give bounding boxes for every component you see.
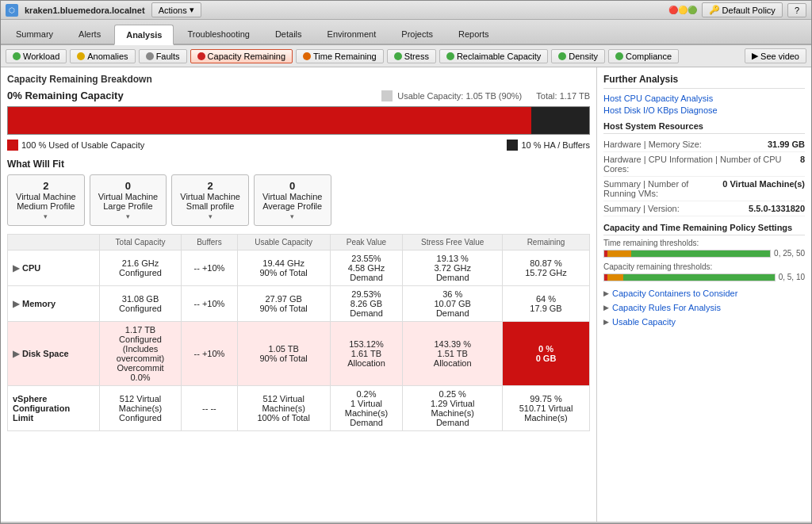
used-legend-icon: [7, 140, 18, 151]
capacity-rules-item[interactable]: ▶ Capacity Rules For Analysis: [603, 300, 805, 315]
workload-btn-stress[interactable]: Stress: [387, 49, 436, 63]
see-video-button[interactable]: ▶ See video: [745, 48, 806, 63]
resource-row-memory: Hardware | Memory Size: 31.99 GB: [603, 137, 805, 152]
section-title: Capacity Remaining Breakdown: [7, 74, 590, 85]
capacity-info: Usable Capacity: 1.05 TB (90%) Total: 1.…: [381, 90, 590, 101]
video-icon: ▶: [752, 51, 758, 61]
what-will-fit-title: What Will Fit: [7, 159, 590, 170]
cpu-label[interactable]: ▶CPU: [8, 251, 100, 286]
time-threshold-row: Time remaining thresholds: 0, 25, 50: [603, 239, 805, 258]
capacity-threshold-row: Capacity remaining thresholds: 0, 5, 10: [603, 262, 805, 281]
disk-total: 1.17 TB Configured (Includes overcommit)…: [99, 322, 181, 386]
vsphere-total: 512 Virtual Machine(s) Configured: [99, 386, 181, 431]
cpu-remaining: 80.87 % 15.72 GHz: [503, 251, 590, 286]
disk-expand-icon: ▶: [13, 349, 19, 358]
density-status-icon: [558, 52, 566, 60]
time-thresh-orange: [607, 251, 631, 257]
wwf-card-small[interactable]: 2 Virtual Machine Small profile ▾: [171, 174, 249, 226]
compliance-status-icon: [615, 52, 623, 60]
workload-btn-density[interactable]: Density: [551, 49, 605, 63]
main-tab-bar: Summary Alerts Analysis Troubleshooting …: [1, 20, 811, 45]
cpu-total: 21.6 GHz Configured: [99, 251, 181, 286]
reclaimable-status-icon: [446, 52, 454, 60]
memory-stress: 36 % 10.07 GB Demand: [403, 286, 503, 322]
tab-details[interactable]: Details: [263, 23, 314, 44]
wwf-card-small-chevron: ▾: [180, 212, 240, 220]
help-button[interactable]: ?: [787, 3, 806, 17]
what-will-fit-grid: 2 Virtual Machine Medium Profile ▾ 0 Vir…: [7, 174, 590, 226]
resource-row-cpu: Hardware | CPU Information | Number of C…: [603, 152, 805, 177]
cpu-peak: 23.55% 4.58 GHz Demand: [330, 251, 403, 286]
workload-btn-workload[interactable]: Workload: [6, 49, 67, 63]
tab-analysis[interactable]: Analysis: [114, 25, 174, 45]
workload-btn-compliance[interactable]: Compliance: [608, 49, 679, 63]
table-row-cpu: ▶CPU 21.6 GHz Configured -- +10% 19.44 G…: [8, 251, 590, 286]
tab-environment[interactable]: Environment: [316, 23, 389, 44]
disk-peak: 153.12% 1.61 TB Allocation: [330, 322, 403, 386]
workload-btn-faults[interactable]: Faults: [139, 49, 187, 63]
cpu-buffers: -- +10%: [182, 251, 238, 286]
tab-troubleshooting[interactable]: Troubleshooting: [175, 23, 261, 44]
collapsible-section: ▶ Capacity Containers to Consider ▶ Capa…: [603, 286, 805, 329]
memory-buffers: -- +10%: [182, 286, 238, 322]
vsphere-label[interactable]: vSphere Configuration Limit: [8, 386, 100, 431]
time-thresh-green: [631, 251, 770, 257]
memory-peak: 29.53% 8.26 GB Demand: [330, 286, 403, 322]
memory-label[interactable]: ▶Memory: [8, 286, 100, 322]
workload-btn-capacity-remaining[interactable]: Capacity Remaining: [190, 49, 293, 63]
col-header-remaining: Remaining: [503, 235, 590, 251]
disk-io-link[interactable]: Host Disk I/O KBps Diagnose: [603, 105, 805, 115]
resource-row-running-vms: Summary | Number of Running VMs: 0 Virtu…: [603, 177, 805, 201]
col-header-usable: Usable Capacity: [237, 235, 330, 251]
disk-usable: 1.05 TB 90% of Total: [237, 322, 330, 386]
workload-btn-time-remaining[interactable]: Time Remaining: [296, 49, 384, 63]
col-header-buffers: Buffers: [182, 235, 238, 251]
col-header-stress: Stress Free Value: [403, 235, 503, 251]
disk-remaining: 0 % 0 GB: [503, 322, 590, 386]
right-panel: Further Analysis Host CPU Capacity Analy…: [597, 67, 811, 522]
vsphere-usable: 512 Virtual Machine(s) 100% of Total: [237, 386, 330, 431]
host-resources-title: Host System Resources: [603, 121, 805, 134]
disk-buffers: -- +10%: [182, 322, 238, 386]
usable-capacity-box: [381, 90, 393, 101]
actions-button[interactable]: Actions ▾: [151, 2, 201, 17]
policy-settings-title: Capacity and Time Remaining Policy Setti…: [603, 223, 805, 235]
used-capacity-bar: [8, 107, 531, 134]
tab-projects[interactable]: Projects: [389, 23, 445, 44]
memory-remaining: 64 % 17.9 GB: [503, 286, 590, 322]
table-row-memory: ▶Memory 31.08 GB Configured -- +10% 27.9…: [8, 286, 590, 322]
stress-status-icon: [394, 52, 402, 60]
vsphere-remaining: 99.75 % 510.71 Virtual Machine(s): [503, 386, 590, 431]
capacity-containers-item[interactable]: ▶ Capacity Containers to Consider: [603, 286, 805, 300]
tab-alerts[interactable]: Alerts: [67, 23, 113, 44]
cpu-analysis-link[interactable]: Host CPU Capacity Analysis: [603, 94, 805, 103]
col-header-label: [8, 235, 100, 251]
col-header-peak: Peak Value: [330, 235, 403, 251]
wwf-card-large-chevron: ▾: [98, 212, 159, 220]
usable-capacity-item[interactable]: ▶ Usable Capacity: [603, 315, 805, 329]
left-panel: Capacity Remaining Breakdown 0% Remainin…: [1, 67, 597, 522]
default-policy-button[interactable]: 🔑 Default Policy: [702, 2, 783, 17]
workload-btn-anomalies[interactable]: Anomalies: [70, 49, 135, 63]
cap-thresh-green: [623, 274, 775, 281]
capacity-percent-label: 0% Remaining Capacity: [7, 90, 124, 101]
tab-summary[interactable]: Summary: [4, 23, 65, 44]
cpu-usable: 19.44 GHz 90% of Total: [237, 251, 330, 286]
wwf-card-large[interactable]: 0 Virtual Machine Large Profile ▾: [90, 174, 167, 226]
wwf-card-average[interactable]: 0 Virtual Machine Average Profile ▾: [254, 174, 331, 226]
tab-reports[interactable]: Reports: [446, 23, 501, 44]
disk-label[interactable]: ▶Disk Space: [8, 322, 100, 386]
capacity-bar: [7, 106, 590, 135]
capacity-remaining-status-icon: [197, 52, 205, 60]
workload-btn-reclaimable[interactable]: Reclaimable Capacity: [439, 49, 548, 63]
policy-icon: 🔑: [709, 5, 720, 15]
wwf-card-medium[interactable]: 2 Virtual Machine Medium Profile ▾: [7, 174, 85, 226]
capacity-containers-arrow: ▶: [603, 289, 609, 297]
col-header-total: Total Capacity: [99, 235, 181, 251]
memory-total: 31.08 GB Configured: [99, 286, 181, 322]
further-analysis-title: Further Analysis: [603, 74, 805, 89]
capacity-rules-arrow: ▶: [603, 304, 609, 312]
workload-status-icon: [13, 52, 21, 60]
table-row-disk: ▶Disk Space 1.17 TB Configured (Includes…: [8, 322, 590, 386]
cpu-stress: 19.13 % 3.72 GHz Demand: [403, 251, 503, 286]
